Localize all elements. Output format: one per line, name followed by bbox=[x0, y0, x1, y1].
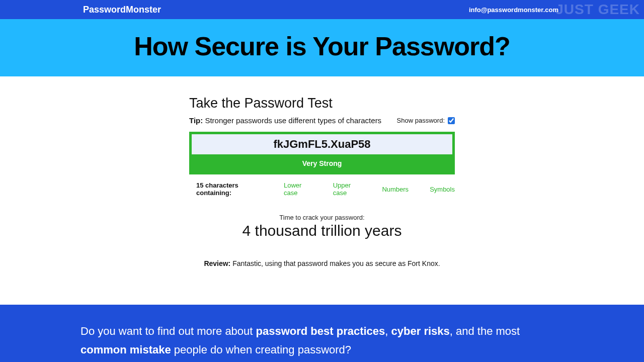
footer-text-1: Do you want to find out more about bbox=[80, 325, 256, 337]
contact-email-link[interactable]: info@passwordmonster.com bbox=[469, 6, 558, 14]
strength-indicator: Very Strong bbox=[192, 154, 452, 172]
show-password-toggle[interactable]: Show password: bbox=[397, 117, 455, 124]
watermark-text: JUST GEEK bbox=[555, 2, 640, 18]
top-bar: PasswordMonster info@passwordmonster.com… bbox=[0, 0, 644, 19]
show-password-label: Show password: bbox=[397, 117, 445, 124]
section-title: Take the Password Test bbox=[189, 96, 455, 111]
review-label: Review: bbox=[204, 259, 230, 267]
tip-body: Stronger passwords use different types o… bbox=[203, 116, 381, 125]
show-password-checkbox[interactable] bbox=[448, 117, 455, 124]
category-numbers: Numbers bbox=[382, 186, 409, 193]
footer-text-2: , bbox=[385, 325, 391, 337]
password-box: Very Strong bbox=[189, 132, 455, 174]
review-row: Review: Fantastic, using that password m… bbox=[189, 259, 455, 267]
hero-banner: How Secure is Your Password? bbox=[0, 19, 644, 76]
page-title: How Secure is Your Password? bbox=[0, 31, 644, 61]
footer-bold-2: cyber risks bbox=[391, 325, 450, 337]
footer-text-4: people do when creating password? bbox=[171, 343, 351, 356]
category-uppercase: Upper case bbox=[333, 182, 361, 197]
footer-bold-1: password best practices bbox=[256, 325, 385, 337]
category-lowercase: Lower case bbox=[284, 182, 312, 197]
crack-time-label: Time to crack your password: bbox=[189, 214, 455, 221]
crack-time-value: 4 thousand trillion years bbox=[189, 222, 455, 239]
tip-label: Tip: bbox=[189, 116, 203, 125]
review-text: Fantastic, using that password makes you… bbox=[230, 259, 440, 267]
crack-time-section: Time to crack your password: 4 thousand … bbox=[189, 214, 455, 239]
tip-text: Tip: Stronger passwords use different ty… bbox=[189, 116, 381, 125]
tip-row: Tip: Stronger passwords use different ty… bbox=[189, 116, 455, 125]
character-count: 15 characters containing: bbox=[196, 182, 263, 197]
footer-bold-3: common mistake bbox=[80, 343, 171, 356]
footer-cta: Do you want to find out more about passw… bbox=[0, 305, 644, 362]
password-test-panel: Take the Password Test Tip: Stronger pas… bbox=[189, 96, 455, 314]
composition-row: 15 characters containing: Lower case Upp… bbox=[189, 182, 455, 197]
password-input[interactable] bbox=[192, 134, 452, 154]
footer-text-3: , and the most bbox=[450, 325, 520, 337]
category-symbols: Symbols bbox=[430, 186, 455, 193]
brand-logo[interactable]: PasswordMonster bbox=[83, 5, 161, 15]
